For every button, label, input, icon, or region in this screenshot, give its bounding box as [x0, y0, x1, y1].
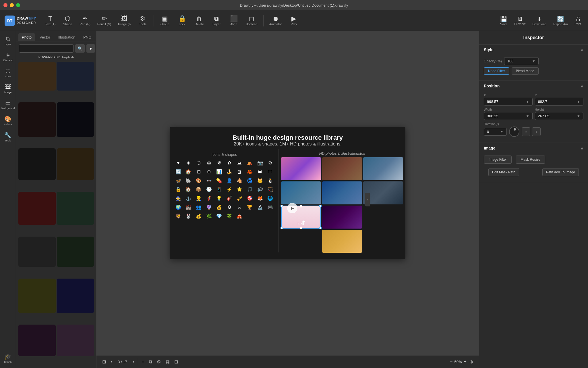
rotation-circle[interactable]: [509, 126, 519, 137]
list-item[interactable]: [18, 325, 56, 356]
style-section-header[interactable]: Style ∧: [479, 45, 588, 55]
tab-png[interactable]: PNG: [80, 33, 95, 41]
sidebar-item-background[interactable]: ▭ Background: [1, 97, 15, 112]
photo-thumb[interactable]: [322, 206, 362, 229]
icon-cell: 🔒: [173, 185, 183, 194]
zoom-fit-button[interactable]: ⊕: [468, 358, 474, 366]
list-item[interactable]: [18, 279, 56, 313]
search-input[interactable]: [19, 44, 74, 53]
photo-thumb[interactable]: [281, 157, 321, 180]
inspector-collapse-button[interactable]: ›: [365, 193, 370, 206]
rotation-input[interactable]: 0 ▼: [484, 128, 507, 136]
sidebar-item-palette[interactable]: 🎨 Palette: [1, 113, 15, 128]
list-item[interactable]: [18, 148, 56, 180]
icon-cell: 🐘: [184, 177, 194, 185]
rotation-arrow-icon: ▼: [500, 130, 504, 134]
photo-thumb[interactable]: [322, 157, 362, 180]
toolbar-animator[interactable]: ⏺ Animator: [266, 14, 285, 28]
prev-page-button[interactable]: ‹: [109, 358, 113, 366]
sidebar-item-element[interactable]: ◈ Element: [1, 49, 15, 64]
path-add-to-image-button[interactable]: Path Add To Image: [542, 168, 579, 176]
list-item[interactable]: [57, 102, 94, 137]
play-overlay-button[interactable]: ▶: [287, 203, 297, 213]
list-item[interactable]: [57, 192, 94, 225]
sidebar-item-tutorial[interactable]: 🎓 Tutorial: [1, 351, 15, 366]
style-chevron-icon: ∧: [581, 47, 583, 52]
node-filter-button[interactable]: Node Filter: [484, 67, 509, 75]
play-icon: ▶: [291, 16, 296, 22]
toolbar-play[interactable]: ▶ Play: [286, 14, 302, 28]
flip-vertical-button[interactable]: ↕: [532, 127, 541, 136]
image-section-header[interactable]: Image ∧: [479, 143, 588, 153]
minimize-button[interactable]: [10, 3, 14, 7]
list-item[interactable]: [57, 148, 94, 180]
page-settings-button[interactable]: ⚙: [156, 358, 162, 366]
sidebar-item-image[interactable]: 🖼 Image: [1, 81, 15, 96]
sidebar-item-tools[interactable]: 🔧 Tools: [1, 129, 15, 144]
list-item[interactable]: [18, 62, 56, 91]
save-button[interactable]: 💾 Save: [498, 14, 510, 27]
blend-mode-button[interactable]: Blend Mode: [512, 67, 539, 75]
mask-resize-button[interactable]: Mask Resize: [516, 156, 545, 164]
save-icon: 💾: [500, 16, 507, 22]
toolbar-delete[interactable]: 🗑 Delete: [191, 14, 207, 28]
list-item[interactable]: [18, 102, 56, 137]
list-item[interactable]: [18, 192, 56, 225]
list-item[interactable]: [57, 62, 94, 91]
search-button[interactable]: 🔍: [75, 44, 85, 53]
grid-view-button[interactable]: ⊞: [101, 358, 107, 366]
photo-thumb[interactable]: [322, 181, 362, 204]
export-ani-button[interactable]: 🔄 Export Ani: [551, 14, 570, 27]
search-bar: 🔍 ▼: [16, 41, 96, 55]
zoom-in-button[interactable]: +: [463, 359, 467, 365]
fit-button[interactable]: ⊡: [173, 358, 179, 366]
list-item[interactable]: [57, 325, 94, 356]
toolbar-boolean[interactable]: ◻ Boolean: [243, 14, 260, 28]
icons-panel: Icons & shapes ♥ ⊕ ⬡ ◎ ❋ ✿ ⛰ ⛺ 📷: [170, 149, 279, 252]
edit-mask-path-button[interactable]: Edit Mask Path: [488, 168, 519, 176]
width-input[interactable]: 306.25 ▼: [484, 112, 533, 120]
maximize-button[interactable]: [16, 3, 20, 7]
flip-horizontal-button[interactable]: ↔: [522, 127, 530, 136]
tab-photo[interactable]: Photo: [18, 33, 35, 41]
toolbar-lock[interactable]: 🔒 Lock: [174, 14, 190, 28]
photo-thumb[interactable]: [281, 181, 321, 204]
close-button[interactable]: [3, 3, 7, 7]
toolbar-group[interactable]: ▣ Group: [157, 14, 173, 28]
toolbar-layer[interactable]: ⧉ Layer: [208, 14, 225, 28]
list-item[interactable]: [57, 237, 94, 267]
toolbar-shape[interactable]: ⬡ Shape: [60, 14, 76, 28]
duplicate-page-button[interactable]: ⧉: [148, 358, 153, 366]
logo[interactable]: DT DRAWTiFYDESIGNER: [5, 16, 36, 26]
position-section-header[interactable]: Position ∧: [479, 81, 588, 91]
download-button[interactable]: ⬇ Download: [530, 14, 549, 27]
grid-toggle-button[interactable]: ▦: [164, 358, 171, 366]
toolbar-pen[interactable]: ✒ Pen (P): [77, 14, 93, 28]
photo-thumb[interactable]: [322, 230, 362, 253]
toolbar-tools[interactable]: ⚙ Tools: [135, 14, 151, 28]
tab-illustration[interactable]: Illustration: [55, 33, 79, 41]
preview-button[interactable]: 🖥 Preview: [512, 14, 528, 27]
photo-thumb[interactable]: [363, 157, 403, 180]
height-input[interactable]: 267.05 ▼: [535, 112, 584, 120]
canvas[interactable]: Built-in huge design resource library 20…: [170, 127, 405, 259]
list-item[interactable]: [57, 279, 94, 313]
toolbar-align[interactable]: ⬛ Align: [226, 14, 242, 28]
zoom-out-button[interactable]: −: [450, 359, 453, 365]
sidebar-item-layer[interactable]: ⧉ Layer: [1, 33, 15, 48]
next-page-button[interactable]: ›: [132, 358, 136, 366]
image-filter-button[interactable]: Image Filter: [484, 156, 512, 164]
toolbar-image[interactable]: 🖼 Image (I): [115, 14, 134, 28]
sidebar-item-icons[interactable]: ⬡ Icons: [1, 65, 15, 80]
bottom-bar: ⊞ ‹ 3 / 17 › + ⧉ ⚙ ▦ ⊡ − 50% + ⊕: [96, 355, 479, 368]
print-button[interactable]: 🖨 Print: [572, 14, 583, 27]
toolbar-text[interactable]: T Text (T): [42, 14, 58, 28]
add-page-button[interactable]: +: [140, 358, 145, 366]
opacity-input[interactable]: 100 ▼: [504, 57, 539, 65]
toolbar-pencil[interactable]: ✏ Pencil (N): [94, 14, 114, 28]
y-input[interactable]: 682.7 ▼: [535, 98, 584, 106]
list-item[interactable]: [18, 237, 56, 267]
x-input[interactable]: 998.57 ▼: [484, 98, 533, 106]
tab-vector[interactable]: Vector: [36, 33, 54, 41]
search-dropdown-button[interactable]: ▼: [86, 44, 95, 53]
